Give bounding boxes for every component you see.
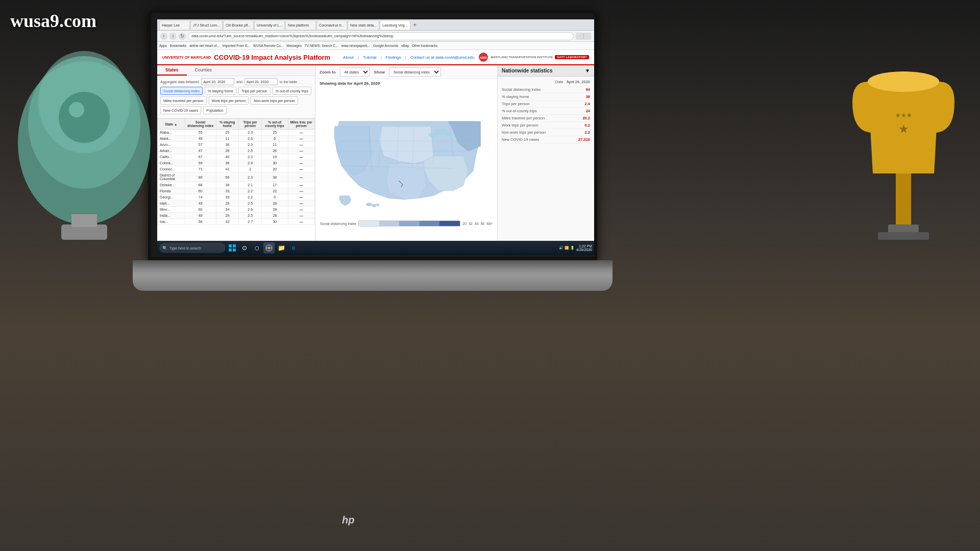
refresh-button[interactable]: ↻	[179, 33, 186, 40]
zoom-select[interactable]: All states	[340, 67, 370, 77]
browser-tab-bar: Harper Lee JTJ Struct Lem... Citi Brooke…	[157, 19, 594, 31]
bookmark-apps[interactable]: Apps	[159, 44, 167, 47]
table-row[interactable]: Georgi... 74 39 2.2 0 —	[158, 194, 315, 201]
date-to-input[interactable]	[244, 78, 278, 85]
col-state[interactable]: State ▲	[158, 119, 185, 130]
btn-work-trips[interactable]: Work trips per person	[209, 96, 249, 105]
col-psh[interactable]: % staying home	[216, 119, 239, 130]
table-row[interactable]: District of Columbia 80 56 2.3 38 —	[158, 172, 315, 182]
bookmark-tvnews[interactable]: TV NEWS: Search C...	[305, 44, 338, 47]
stats-collapse-icon[interactable]: ▼	[585, 68, 590, 73]
col-ooc[interactable]: % out-of county trips	[262, 119, 288, 130]
cell-sdi: 55	[185, 130, 216, 136]
bookmark-newspaper[interactable]: www.newspaperb...	[341, 44, 370, 47]
table-row[interactable]: Idah... 49 29 2.5 28 —	[158, 201, 315, 207]
btn-nonwork-trips[interactable]: Non-work trips per person	[251, 96, 298, 105]
table-row[interactable]: Iow... 56 32 2.7 30 —	[158, 219, 315, 225]
table-row[interactable]: Delawa... 68 38 2.1 17 —	[158, 182, 315, 188]
new-tab-button[interactable]: +	[411, 20, 419, 30]
zoom-label: Zoom to	[320, 70, 336, 74]
col-tpp[interactable]: Trips per person	[239, 119, 262, 130]
table-row[interactable]: Florida 60 33 2.2 22 —	[158, 188, 315, 194]
tab-6[interactable]: Coronavirus tr...	[316, 20, 347, 30]
cell-tpp: 2.6	[239, 207, 262, 213]
cell-tpp: 2.5	[239, 201, 262, 207]
tab-4[interactable]: University of L...	[254, 20, 285, 30]
tab-counties[interactable]: Counties	[187, 65, 220, 76]
table-row[interactable]: Illino... 60 34 2.6 28 —	[158, 207, 315, 213]
map-controls: Zoom to All states Show Social distancin…	[315, 65, 497, 79]
bookmark-other[interactable]: Other bookmarks	[412, 44, 437, 47]
cell-ooc: 38	[262, 172, 288, 182]
col-sdi[interactable]: Social distancing index	[185, 119, 216, 130]
nav-about[interactable]: About	[343, 55, 354, 60]
btn-miles[interactable]: Miles traveled per person	[160, 96, 207, 105]
university-label: UNIVERSITY OF MARYLAND	[162, 56, 211, 59]
show-label: Show	[374, 70, 385, 74]
explorer-icon: 📁	[278, 244, 285, 252]
bookmark-imported[interactable]: Imported From E...	[223, 44, 250, 47]
taskbar-start[interactable]	[227, 242, 238, 254]
bookmark-ebay[interactable]: eBay	[401, 44, 409, 47]
taskbar-chrome[interactable]	[263, 242, 275, 254]
cell-psh: 29	[216, 213, 239, 219]
taskbar-search-bar[interactable]: 🔍 Type here to search	[159, 243, 226, 253]
cell-psh: 56	[216, 172, 239, 182]
cell-psh: 26	[216, 148, 239, 154]
bookmark-messages[interactable]: Messages	[286, 44, 302, 47]
tab-2[interactable]: JTJ Struct Lem...	[190, 20, 223, 30]
table-row[interactable]: Alaba... 55 25 2.3 25 —	[158, 130, 315, 136]
table-row[interactable]: Alask... 49 11 2.6 6 —	[158, 136, 315, 142]
tab-states[interactable]: States	[157, 65, 187, 76]
bookmark-wusa[interactable]: WUSA Remote Co...	[253, 44, 283, 47]
tab-7[interactable]: New stats deta...	[348, 20, 379, 30]
cell-sdi: 49	[185, 213, 216, 219]
col-miles[interactable]: Miles trav. per person	[288, 119, 314, 130]
showing-data-label: Showing data for April 26, 2020	[315, 79, 497, 88]
table-row[interactable]: Califo... 67 40 2.3 19 —	[158, 154, 315, 160]
taskbar-edge[interactable]: e	[288, 242, 299, 254]
nav-tutorial[interactable]: Tutorial	[363, 55, 376, 60]
stat-row: Miles traveled per person 20.2	[502, 115, 590, 122]
back-button[interactable]: ‹	[160, 33, 167, 40]
cell-state: Connec...	[158, 166, 185, 172]
taskbar-explorer[interactable]: 📁	[276, 242, 287, 254]
taskbar-cortana[interactable]: ⊙	[239, 242, 250, 254]
btn-staying-home[interactable]: % staying home	[205, 87, 236, 95]
tab-3[interactable]: Citi Brooke pfl...	[223, 20, 254, 30]
nav-findings[interactable]: Findings	[386, 55, 401, 60]
tab-8-active[interactable]: Leesburg Virg...	[380, 20, 410, 30]
btn-covid-cases[interactable]: New COVID-19 cases	[160, 106, 201, 114]
nav-contact[interactable]: Contact us at data-covid@umd.edu	[410, 55, 475, 60]
cell-tpp: 2.2	[239, 194, 262, 201]
show-select[interactable]: Social distancing index	[389, 67, 441, 77]
btn-outofcounty[interactable]: % out-of-county trips	[273, 87, 311, 95]
address-bar[interactable]: data.covid.umd.edu/?utm_source=email&utm…	[188, 32, 574, 40]
extension-button[interactable]: ⋮	[576, 33, 591, 40]
date-from-input[interactable]	[201, 78, 234, 85]
cell-psh: 40	[216, 154, 239, 160]
cell-ooc: 30	[262, 219, 288, 225]
btn-population[interactable]: Population	[203, 106, 226, 114]
table-row[interactable]: Colora... 59 36 2.9 30 —	[158, 160, 315, 166]
tab-1[interactable]: Harper Lee	[159, 20, 190, 30]
cell-miles: —	[288, 130, 314, 136]
btn-trips[interactable]: Trips per person	[238, 87, 271, 95]
cell-miles: —	[288, 160, 314, 166]
table-row[interactable]: Arizo... 57 36 2.3 11 —	[158, 142, 315, 148]
cell-psh: 11	[216, 136, 239, 142]
forward-button[interactable]: ›	[169, 33, 177, 40]
table-row[interactable]: India... 49 29 2.5 28 —	[158, 213, 315, 219]
tab-5[interactable]: New platform	[285, 20, 316, 30]
taskbar-task-view[interactable]: ⬡	[251, 242, 262, 254]
btn-sdi[interactable]: Social distancing index	[160, 87, 203, 95]
table-row[interactable]: Arkan... 47 26 2.5 26 —	[158, 148, 315, 154]
edge-icon: e	[292, 244, 296, 252]
bookmark-bookmarks[interactable]: Bookmarks	[170, 44, 187, 47]
cell-ooc: 22	[262, 188, 288, 194]
taskbar-system-tray: 🔊 📶 🔋 1:22 PM 4/29/2020	[559, 244, 592, 252]
bookmark-airline[interactable]: airline.net Heart of...	[189, 44, 219, 47]
cell-ooc: 19	[262, 154, 288, 160]
table-row[interactable]: Connec... 71 41 2 20 —	[158, 166, 315, 172]
bookmark-google[interactable]: Google Accounts	[373, 44, 398, 47]
